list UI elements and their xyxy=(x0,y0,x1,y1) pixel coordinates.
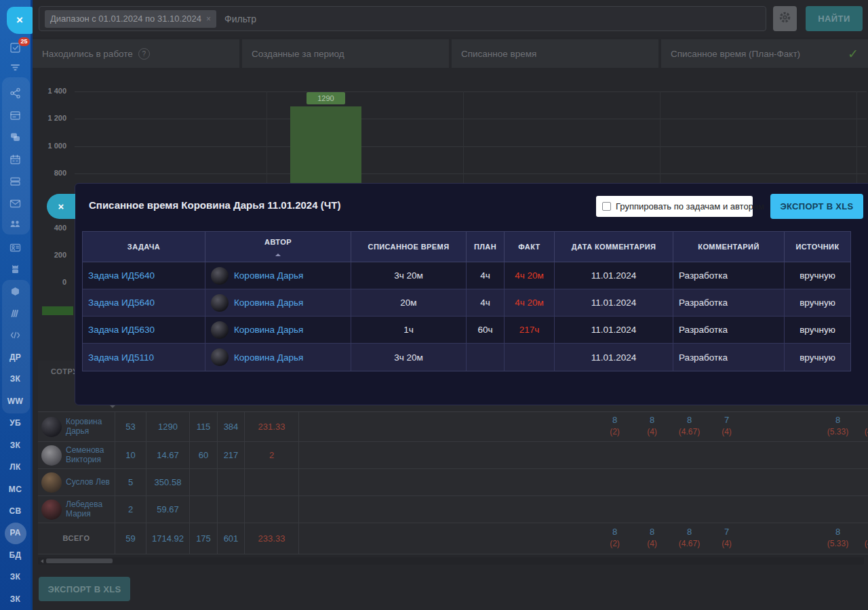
android-icon[interactable] xyxy=(0,262,31,276)
search-button[interactable]: НАЙТИ xyxy=(806,6,863,31)
author-link[interactable]: Коровина Дарья xyxy=(234,298,303,308)
header-source[interactable]: ИСТОЧНИК xyxy=(785,232,850,262)
id-card-icon[interactable] xyxy=(0,241,31,254)
y-tick-200: 200 xyxy=(33,251,66,259)
scrollbar-thumb[interactable] xyxy=(46,558,113,563)
day-value[interactable]: 8(4.67) xyxy=(671,414,708,437)
total-fact: 601 xyxy=(218,523,245,554)
header-fact[interactable]: ФАКТ xyxy=(505,232,555,262)
date-range-chip[interactable]: Диапазон с 01.01.2024 по 31.10.2024 × xyxy=(45,10,216,28)
mail-icon[interactable] xyxy=(0,197,31,210)
day-value[interactable]: 7(4) xyxy=(708,414,745,437)
task-link[interactable]: Задача ИД5110 xyxy=(88,352,154,363)
board-icon[interactable] xyxy=(0,108,31,122)
y-tick-400: 400 xyxy=(33,224,66,232)
sidebar-item-zk3[interactable]: ЗК xyxy=(0,572,31,582)
help-icon[interactable]: ? xyxy=(138,48,150,60)
header-date[interactable]: ДАТА КОММЕНТАРИЯ xyxy=(555,232,673,262)
logged-time-cell: 20м xyxy=(351,289,467,316)
day-value[interactable]: 8(2) xyxy=(596,414,633,437)
header-author[interactable]: АВТОР xyxy=(205,232,351,262)
sidebar-item-zk4[interactable]: ЗК xyxy=(0,594,31,604)
group-checkbox-container[interactable]: Группировать по задачам и авторам xyxy=(596,196,753,217)
header-time[interactable]: СПИСАННОЕ ВРЕМЯ xyxy=(351,232,467,262)
header-plan[interactable]: ПЛАН xyxy=(467,232,505,262)
avatar xyxy=(41,472,62,493)
horizontal-scrollbar[interactable] xyxy=(38,557,864,565)
tasks-count: 2 xyxy=(115,496,146,523)
modal-close-button[interactable]: × xyxy=(47,194,75,219)
tasks-count: 10 xyxy=(115,442,146,468)
source-cell: вручную xyxy=(785,344,850,371)
summary-row-korovina: Коровина Дарья 53 1290 115 384 231.33 8(… xyxy=(38,412,868,442)
tab-created-label: Созданные за период xyxy=(252,49,344,59)
chip-remove-icon[interactable]: × xyxy=(206,14,211,24)
source-cell: вручную xyxy=(785,317,850,343)
group-checkbox[interactable] xyxy=(602,202,611,211)
export-xls-button-modal[interactable]: ЭКСПОРТ В XLS xyxy=(770,194,863,219)
plan-cell xyxy=(467,344,505,371)
calendar-icon[interactable] xyxy=(0,152,31,166)
header-task[interactable]: ЗАДАЧА xyxy=(83,232,205,262)
total-label: ВСЕГО xyxy=(63,534,90,543)
table-row: Задача ИД5110 Коровина Дарья 3ч 20м 11.0… xyxy=(83,344,850,371)
sidebar-item-ms[interactable]: МС xyxy=(0,485,31,494)
fact-value: 217 xyxy=(218,442,245,468)
day-value[interactable]: 8(5.33) xyxy=(819,414,856,437)
sidebar-item-ra-active[interactable]: РА xyxy=(0,528,31,537)
tab-created-in-period[interactable]: Созданные за период xyxy=(242,39,449,68)
total-diff: 233.33 xyxy=(245,523,299,554)
avatar xyxy=(211,267,229,285)
export-xls-button-bottom[interactable]: ЭКСПОРТ В XLS xyxy=(39,577,130,601)
employee-name-link[interactable]: Семенова Виктория xyxy=(66,446,115,465)
sidebar-item-zk1[interactable]: ЗК xyxy=(0,374,31,384)
scroll-left-arrow-icon[interactable] xyxy=(41,559,43,563)
logged-time-cell: 1ч xyxy=(351,317,467,343)
employee-name-link[interactable]: Суслов Лев xyxy=(66,478,110,487)
m-logo-icon[interactable] xyxy=(0,306,31,320)
author-link[interactable]: Коровина Дарья xyxy=(234,352,303,363)
filter-input[interactable]: Диапазон с 01.01.2024 по 31.10.2024 × Фи… xyxy=(39,6,766,31)
sidebar-item-zk2[interactable]: ЗК xyxy=(0,441,31,450)
people-icon[interactable] xyxy=(0,217,31,230)
day-value[interactable]: 8(4.67) xyxy=(856,414,868,437)
tab-logged-label: Списанное время xyxy=(461,49,536,59)
total-plan: 175 xyxy=(190,523,218,554)
tasks-count: 53 xyxy=(115,412,146,441)
code-icon[interactable] xyxy=(0,328,31,342)
sidebar-item-bd[interactable]: БД xyxy=(0,550,31,560)
tab-logged-time[interactable]: Списанное время xyxy=(452,39,658,68)
sidebar-item-sv[interactable]: СВ xyxy=(0,506,31,516)
sidebar-item-dr[interactable]: ДР xyxy=(0,352,31,362)
tab-plan-fact[interactable]: Списанное время (План-Факт) ✓ xyxy=(661,39,868,68)
topbar: Диапазон с 01.01.2024 по 31.10.2024 × Фи… xyxy=(33,0,868,37)
tab-in-progress[interactable]: Находились в работе ? xyxy=(33,39,239,68)
y-tick-1000: 1 000 xyxy=(33,142,66,150)
share-icon[interactable] xyxy=(0,86,31,100)
author-link[interactable]: Коровина Дарья xyxy=(234,325,303,335)
hours-total: 350.58 xyxy=(146,469,190,495)
sidebar-group-2 xyxy=(2,280,30,413)
sidebar-item-ub[interactable]: УБ xyxy=(0,418,31,428)
author-link[interactable]: Коровина Дарья xyxy=(234,270,303,281)
header-comment[interactable]: КОММЕНТАРИЙ xyxy=(673,232,785,262)
y-tick-1400: 1 400 xyxy=(33,87,66,95)
sidebar-close-button[interactable]: × xyxy=(7,7,33,34)
task-link[interactable]: Задача ИД5640 xyxy=(88,270,155,281)
sidebar-edge xyxy=(31,0,33,610)
employee-name-link[interactable]: Лебедева Мария xyxy=(66,500,115,519)
task-link[interactable]: Задача ИД5640 xyxy=(88,298,155,308)
sidebar-item-lk[interactable]: ЛК xyxy=(0,462,31,472)
sidebar-item-ww[interactable]: WW xyxy=(0,396,31,406)
settings-button[interactable] xyxy=(773,6,797,31)
modal-title: Списанное время Коровина Дарья 11.01.202… xyxy=(89,199,340,211)
chat-icon[interactable] xyxy=(0,130,31,144)
filter-icon[interactable] xyxy=(0,60,31,74)
server-icon[interactable] xyxy=(0,174,31,188)
day-value[interactable]: 8(4) xyxy=(633,414,671,437)
task-link[interactable]: Задача ИД5630 xyxy=(88,325,155,335)
employee-name-link[interactable]: Коровина Дарья xyxy=(66,418,115,436)
fact-value xyxy=(218,469,245,495)
cube-icon[interactable] xyxy=(0,285,31,298)
total-hours: 1714.92 xyxy=(146,523,190,554)
